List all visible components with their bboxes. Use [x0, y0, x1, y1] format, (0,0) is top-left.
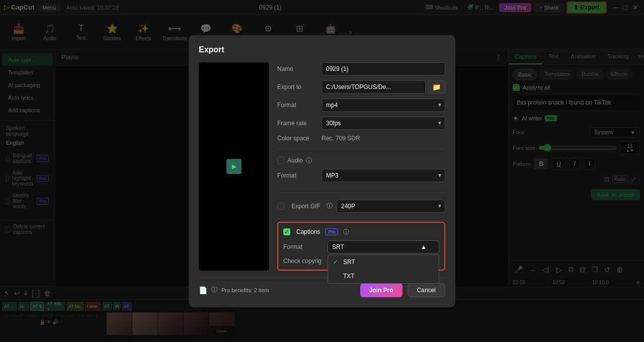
name-row: Name [277, 62, 445, 75]
export-to-input[interactable] [321, 80, 426, 94]
audio-format-label: Format [277, 172, 317, 179]
captions-info-icon[interactable]: ⓘ [343, 228, 349, 236]
captions-section: ✓ Captions Pro ⓘ Format SRT ▲ [277, 222, 445, 271]
gif-info-icon[interactable]: ⓘ [327, 202, 333, 210]
export-gif-checkbox[interactable] [277, 203, 284, 210]
video-preview: ▶ [199, 62, 269, 271]
join-pro-modal-button[interactable]: Join Pro [360, 283, 403, 297]
copyright-text: Check copyrig [283, 258, 321, 265]
srt-check-icon: ✓ [333, 259, 340, 266]
format-row: Format mp4 mov avi ▼ [277, 99, 445, 112]
captions-checkbox[interactable]: ✓ [283, 228, 290, 235]
audio-format-wrapper: MP3 AAC ▼ [321, 169, 445, 182]
caption-format-trigger[interactable]: SRT ▲ [328, 240, 439, 253]
export-fields: Name Export to 📁 Format mp4 [277, 62, 445, 271]
cancel-modal-button[interactable]: Cancel [408, 283, 445, 297]
framerate-row: Frame rate 30fps 24fps 60fps ▼ [277, 117, 445, 130]
export-to-field: 📁 [321, 80, 445, 94]
framerate-select[interactable]: 30fps 24fps 60fps [321, 117, 445, 130]
colorspace-row: Color space Rec. 709 SDR [277, 135, 445, 142]
caption-format-label: Format [283, 243, 324, 250]
preview-cursor: ▶ [226, 159, 242, 174]
audio-section: Audio ⓘ Format MP3 AAC ▼ [277, 156, 445, 182]
audio-label: Audio [287, 157, 303, 164]
footer-info: 📄 ⓘ Pro benefits: 2 item [199, 286, 269, 294]
format-select[interactable]: mp4 mov avi [321, 99, 445, 112]
footer-buttons: Join Pro Cancel [360, 283, 445, 297]
export-to-row: Export to 📁 [277, 80, 445, 94]
colorspace-label: Color space [277, 135, 317, 142]
modal-title: Export [199, 45, 445, 54]
captions-label: Captions [296, 228, 320, 235]
export-modal: Export ▶ Name Export to [189, 35, 455, 307]
dropdown-arrow-icon: ▲ [421, 243, 427, 250]
caption-format-row: Format SRT ▲ ✓ SRT [283, 240, 439, 253]
preview-inner: ▶ [199, 62, 269, 271]
modal-overlay: Export ▶ Name Export to [0, 0, 644, 342]
export-gif-row: Export GIF ⓘ 240P 360P 480P ▼ [277, 200, 445, 213]
resolution-select[interactable]: 240P 360P 480P [337, 200, 445, 213]
pro-benefits-icon: ⓘ [211, 286, 217, 294]
captions-pro-badge: Pro [325, 228, 338, 235]
txt-option[interactable]: ✓ TXT [328, 269, 439, 283]
format-select-wrapper: mp4 mov avi ▼ [321, 99, 445, 112]
modal-body: ▶ Name Export to 📁 [199, 62, 445, 271]
export-gif-label: Export GIF [291, 203, 320, 210]
caption-format-menu: ✓ SRT ✓ TXT [328, 254, 439, 284]
folder-browse-button[interactable]: 📁 [428, 80, 445, 94]
audio-info-icon[interactable]: ⓘ [306, 156, 312, 165]
name-input[interactable] [321, 62, 445, 75]
export-to-label: Export to [277, 83, 317, 91]
txt-check-icon: ✓ [333, 273, 340, 280]
framerate-select-wrapper: 30fps 24fps 60fps ▼ [321, 117, 445, 130]
framerate-label: Frame rate [277, 120, 317, 127]
pro-benefits-text: Pro benefits: 2 item [221, 287, 269, 293]
srt-option[interactable]: ✓ SRT [328, 255, 439, 269]
audio-checkbox[interactable] [277, 157, 284, 164]
format-label: Format [277, 102, 317, 109]
audio-format-row: Format MP3 AAC ▼ [277, 169, 445, 182]
audio-format-select[interactable]: MP3 AAC [321, 169, 445, 182]
resolution-wrapper: 240P 360P 480P ▼ [337, 200, 445, 213]
caption-format-dropdown-wrapper: SRT ▲ ✓ SRT ✓ TXT [328, 240, 439, 253]
audio-header: Audio ⓘ [277, 156, 445, 165]
info-icon: 📄 [199, 286, 207, 294]
colorspace-value: Rec. 709 SDR [321, 135, 360, 142]
name-label: Name [277, 65, 317, 72]
captions-header: ✓ Captions Pro ⓘ [283, 228, 439, 236]
